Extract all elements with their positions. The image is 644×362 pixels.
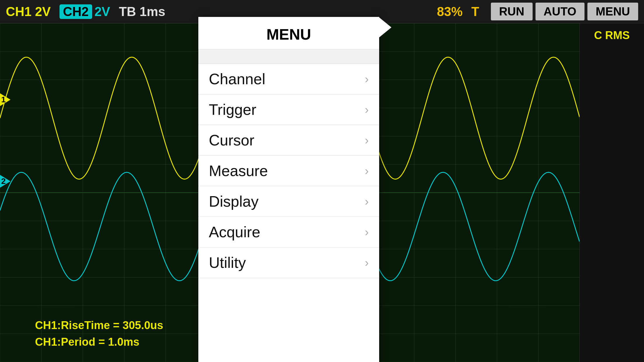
menu-item-label-acquire: Acquire bbox=[209, 223, 260, 241]
menu-chevron-acquire: › bbox=[365, 226, 369, 239]
t-label: T bbox=[471, 4, 479, 19]
tb-label[interactable]: TB 1ms bbox=[119, 4, 437, 19]
menu-item-cursor[interactable]: Cursor› bbox=[198, 125, 379, 156]
menu-item-display[interactable]: Display› bbox=[198, 186, 379, 217]
menu-chevron-channel: › bbox=[365, 73, 369, 86]
ch1-marker-text: 1 bbox=[1, 95, 6, 104]
menu-button[interactable]: MENU bbox=[587, 3, 638, 20]
menu-chevron-utility: › bbox=[365, 256, 369, 269]
menu-item-label-channel: Channel bbox=[209, 70, 265, 88]
ch2-marker-text: 2 bbox=[1, 177, 6, 186]
menu-chevron-cursor: › bbox=[365, 134, 369, 147]
ch1-volt: 2V bbox=[35, 4, 51, 19]
menu-item-label-utility: Utility bbox=[209, 254, 246, 271]
menu-item-acquire[interactable]: Acquire› bbox=[198, 217, 379, 247]
menu-chevron-display: › bbox=[365, 195, 369, 208]
menu-spacer bbox=[198, 49, 379, 64]
menu-item-label-display: Display bbox=[209, 193, 259, 210]
ch1-label[interactable]: CH1 bbox=[6, 4, 32, 19]
ch2-marker[interactable]: 2 bbox=[0, 175, 10, 188]
auto-button[interactable]: AUTO bbox=[536, 3, 585, 20]
ch2-volt: 2V bbox=[94, 4, 110, 19]
menu-overlay: MENU Channel›Trigger›Cursor›Measure›Disp… bbox=[198, 17, 379, 362]
menu-title: MENU bbox=[198, 17, 379, 49]
percent-label: 83% bbox=[437, 4, 463, 19]
menu-item-measure[interactable]: Measure› bbox=[198, 156, 379, 186]
menu-chevron-trigger: › bbox=[365, 103, 369, 116]
stats-line2: CH1:Period = 1.0ms bbox=[35, 334, 163, 350]
menu-item-channel[interactable]: Channel› bbox=[198, 64, 379, 94]
menu-arrow bbox=[379, 17, 391, 38]
ch2-label[interactable]: CH2 bbox=[60, 4, 92, 19]
rms-label: C RMS bbox=[594, 29, 630, 42]
menu-item-utility[interactable]: Utility› bbox=[198, 247, 379, 278]
right-panel: C RMS bbox=[580, 23, 644, 362]
menu-chevron-measure: › bbox=[365, 164, 369, 178]
ch1-marker[interactable]: 1 bbox=[0, 93, 10, 106]
menu-item-trigger[interactable]: Trigger› bbox=[198, 94, 379, 125]
stats-text: CH1:RiseTime = 305.0us CH1:Period = 1.0m… bbox=[35, 317, 163, 350]
menu-item-label-trigger: Trigger bbox=[209, 101, 256, 118]
menu-item-label-measure: Measure bbox=[209, 162, 268, 180]
run-button[interactable]: RUN bbox=[491, 3, 533, 20]
stats-line1: CH1:RiseTime = 305.0us bbox=[35, 317, 163, 334]
menu-item-label-cursor: Cursor bbox=[209, 131, 254, 149]
